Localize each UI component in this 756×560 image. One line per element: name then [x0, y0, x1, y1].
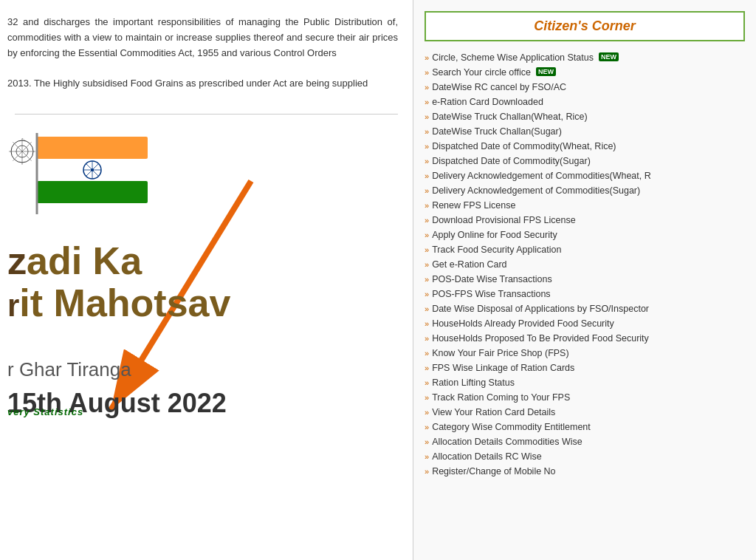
menu-link-view-ration-card[interactable]: View Your Ration Card Details — [432, 407, 555, 417]
menu-link-know-fps[interactable]: Know Your Fair Price Shop (FPS) — [432, 348, 569, 358]
menu-link-fps-linkage[interactable]: FPS Wise Linkage of Ration Cards — [432, 363, 574, 373]
chevron-icon: » — [425, 260, 429, 269]
menu-item-ration-lifting[interactable]: »Ration Lifting Status — [425, 375, 745, 390]
citizens-corner-menu: »Circle, Scheme Wise Application StatusN… — [425, 50, 745, 479]
menu-item-e-ration-download[interactable]: »e-Ration Card Downloaded — [425, 95, 745, 109]
text-content: 32 and discharges the important responsi… — [0, 0, 413, 106]
menu-item-register-mobile[interactable]: »Register/Change of Mobile No — [425, 464, 745, 479]
chevron-icon: » — [425, 290, 429, 298]
menu-link-track-ration-fps[interactable]: Track Ration Coming to Your FPS — [432, 392, 570, 403]
menu-link-households-proposed[interactable]: HouseHolds Proposed To Be Provided Food … — [432, 333, 649, 344]
menu-link-datewise-truck-sugar[interactable]: DateWise Truck Challan(Sugar) — [432, 126, 562, 137]
chevron-icon: » — [425, 157, 429, 165]
paragraph2: 2013. The Highly subsidised Food Grains … — [7, 76, 398, 92]
menu-link-delivery-ack-wheat[interactable]: Delivery Acknowledgement of Commodities(… — [432, 171, 651, 181]
chevron-icon: » — [425, 201, 429, 210]
citizens-corner-title: Citizen's Corner — [534, 18, 635, 33]
azadi-line1: zadi Ka — [7, 240, 230, 282]
chevron-icon: » — [425, 245, 429, 254]
menu-item-datewise-truck-sugar[interactable]: »DateWise Truck Challan(Sugar) — [425, 124, 745, 139]
divider — [15, 114, 398, 115]
menu-item-fps-linkage[interactable]: »FPS Wise Linkage of Ration Cards — [425, 361, 745, 375]
menu-item-track-food-security[interactable]: »Track Food Security Application — [425, 242, 745, 257]
chevron-icon: » — [425, 378, 429, 387]
menu-link-allocation-commodities[interactable]: Allocation Details Commodities Wise — [432, 437, 583, 447]
new-badge: NEW — [599, 52, 619, 61]
menu-item-track-ration-fps[interactable]: »Track Ration Coming to Your FPS — [425, 390, 745, 405]
chevron-icon: » — [425, 216, 429, 225]
svg-rect-0 — [37, 137, 148, 159]
menu-item-delivery-ack-sugar[interactable]: »Delivery Acknowledgement of Commodities… — [425, 183, 745, 198]
menu-item-dispatched-wheat[interactable]: »Dispatched Date of Commodity(Wheat, Ric… — [425, 139, 745, 154]
chevron-icon: » — [425, 334, 429, 343]
chevron-icon: » — [425, 452, 429, 461]
menu-item-allocation-commodities[interactable]: »Allocation Details Commodities Wise — [425, 434, 745, 449]
menu-link-pos-date-wise[interactable]: POS-Date Wise Transactions — [432, 274, 552, 284]
menu-link-datewise-rc-cancel[interactable]: DateWise RC cancel by FSO/AC — [432, 82, 566, 92]
menu-item-pos-fps-wise[interactable]: »POS-FPS Wise Transactions — [425, 287, 745, 301]
chevron-icon: » — [425, 112, 429, 121]
menu-item-circle-scheme[interactable]: »Circle, Scheme Wise Application StatusN… — [425, 50, 745, 65]
menu-link-datewise-truck-wheat[interactable]: DateWise Truck Challan(Wheat, Rice) — [432, 112, 587, 122]
menu-link-ration-lifting[interactable]: Ration Lifting Status — [432, 378, 515, 388]
menu-link-dispatched-sugar[interactable]: Dispatched Date of Commodity(Sugar) — [432, 156, 591, 166]
menu-link-search-circle[interactable]: Search Your circle office — [432, 67, 531, 78]
menu-item-date-wise-disposal[interactable]: »Date Wise Disposal of Applications by F… — [425, 301, 745, 316]
menu-link-delivery-ack-sugar[interactable]: Delivery Acknowledgement of Commodities(… — [432, 185, 640, 196]
azadi-line2: rit Mahotsav — [7, 282, 230, 324]
chevron-icon: » — [425, 127, 429, 136]
menu-item-households-proposed[interactable]: »HouseHolds Proposed To Be Provided Food… — [425, 331, 745, 346]
menu-link-e-ration-download[interactable]: e-Ration Card Downloaded — [432, 97, 543, 107]
menu-link-allocation-rc[interactable]: Allocation Details RC Wise — [432, 451, 542, 462]
menu-item-category-commodity[interactable]: »Category Wise Commodity Entitlement — [425, 420, 745, 434]
chevron-icon: » — [425, 275, 429, 284]
menu-item-know-fps[interactable]: »Know Your Fair Price Shop (FPS) — [425, 346, 745, 361]
menu-item-allocation-rc[interactable]: »Allocation Details RC Wise — [425, 449, 745, 464]
chevron-icon: » — [425, 437, 429, 446]
menu-item-view-ration-card[interactable]: »View Your Ration Card Details — [425, 405, 745, 420]
menu-item-dispatched-sugar[interactable]: »Dispatched Date of Commodity(Sugar) — [425, 154, 745, 168]
chevron-icon: » — [425, 363, 429, 372]
menu-link-renew-fps[interactable]: Renew FPS License — [432, 200, 515, 211]
menu-item-get-e-ration[interactable]: »Get e-Ration Card — [425, 257, 745, 272]
chevron-icon: » — [425, 142, 429, 151]
chevron-icon: » — [425, 393, 429, 402]
menu-item-delivery-ack-wheat[interactable]: »Delivery Acknowledgement of Commodities… — [425, 168, 745, 183]
menu-link-category-commodity[interactable]: Category Wise Commodity Entitlement — [432, 422, 591, 432]
chevron-icon: » — [425, 53, 429, 62]
menu-item-download-fps[interactable]: »Download Provisional FPS License — [425, 213, 745, 228]
menu-link-register-mobile[interactable]: Register/Change of Mobile No — [432, 466, 555, 477]
menu-item-apply-food-security[interactable]: »Apply Online for Food Security — [425, 228, 745, 242]
menu-link-download-fps[interactable]: Download Provisional FPS License — [432, 215, 576, 225]
chevron-icon: » — [425, 304, 429, 313]
delivery-stats: very Statistics — [7, 406, 83, 417]
menu-item-renew-fps[interactable]: »Renew FPS License — [425, 198, 745, 213]
menu-link-dispatched-wheat[interactable]: Dispatched Date of Commodity(Wheat, Rice… — [432, 141, 616, 151]
chevron-icon: » — [425, 349, 429, 358]
chevron-icon: » — [425, 171, 429, 180]
menu-link-track-food-security[interactable]: Track Food Security Application — [432, 245, 561, 255]
chevron-icon: » — [425, 186, 429, 195]
left-panel: 32 and discharges the important responsi… — [0, 0, 413, 560]
menu-item-households-provided[interactable]: »HouseHolds Already Provided Food Securi… — [425, 316, 745, 331]
menu-link-apply-food-security[interactable]: Apply Online for Food Security — [432, 230, 557, 240]
azadi-text: zadi Ka rit Mahotsav — [7, 240, 230, 324]
menu-item-datewise-rc-cancel[interactable]: »DateWise RC cancel by FSO/AC — [425, 80, 745, 95]
chevron-icon: » — [425, 231, 429, 239]
chevron-icon: » — [425, 467, 429, 476]
chevron-icon: » — [425, 408, 429, 417]
menu-link-households-provided[interactable]: HouseHolds Already Provided Food Securit… — [432, 318, 614, 329]
right-panel[interactable]: Citizen's Corner »Circle, Scheme Wise Ap… — [413, 0, 756, 560]
chevron-icon: » — [425, 68, 429, 77]
citizens-corner-box: Citizen's Corner — [425, 11, 745, 41]
menu-item-datewise-truck-wheat[interactable]: »DateWise Truck Challan(Wheat, Rice) — [425, 109, 745, 124]
menu-link-pos-fps-wise[interactable]: POS-FPS Wise Transactions — [432, 289, 550, 299]
menu-item-search-circle[interactable]: »Search Your circle officeNEW — [425, 65, 745, 80]
chevron-icon: » — [425, 319, 429, 328]
menu-link-date-wise-disposal[interactable]: Date Wise Disposal of Applications by FS… — [432, 304, 649, 314]
menu-item-pos-date-wise[interactable]: »POS-Date Wise Transactions — [425, 272, 745, 287]
menu-link-get-e-ration[interactable]: Get e-Ration Card — [432, 259, 506, 270]
chevron-icon: » — [425, 98, 429, 106]
menu-link-circle-scheme[interactable]: Circle, Scheme Wise Application Status — [432, 52, 594, 63]
subtitle-text: r Ghar Tiranga — [7, 358, 131, 381]
